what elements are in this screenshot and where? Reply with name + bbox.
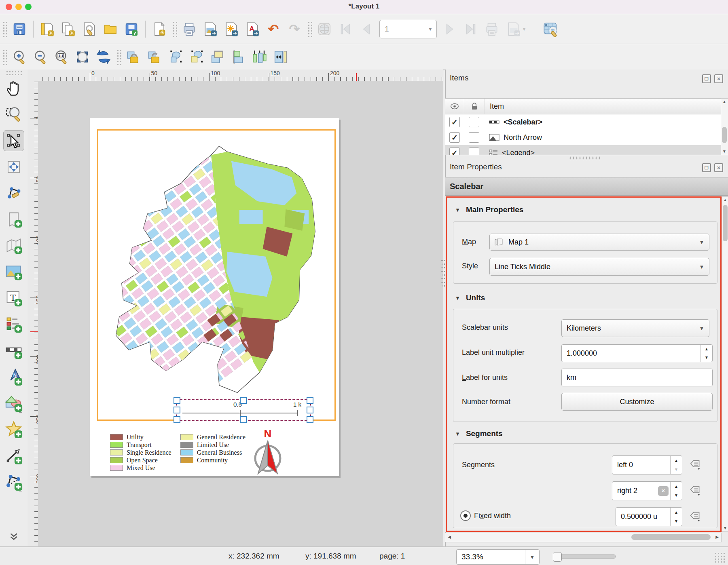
distribute-items-button[interactable]	[250, 47, 269, 67]
add-page-button[interactable]	[3, 209, 24, 230]
resize-handle[interactable]	[174, 407, 180, 413]
resize-handle[interactable]	[307, 407, 313, 413]
spin-buttons[interactable]: ▲▼	[670, 456, 682, 474]
save-as-template-button[interactable]	[122, 19, 141, 39]
resize-items-button[interactable]	[271, 47, 290, 67]
save-button[interactable]	[10, 19, 29, 39]
spin-buttons[interactable]: ▲▼	[670, 482, 682, 500]
spin-buttons[interactable]: ▲▼	[670, 508, 682, 526]
legend-item[interactable]: UtilityTransportSingle ResidenceOpen Spa…	[110, 433, 245, 472]
unlock-items-button[interactable]	[145, 47, 164, 67]
refresh-button[interactable]	[94, 47, 113, 67]
export-image-button[interactable]: ➔	[201, 19, 220, 39]
collapse-triangle-icon[interactable]: ▼	[455, 295, 460, 301]
add-label-button[interactable]: T	[3, 288, 24, 309]
toolbar-grip[interactable]	[5, 70, 23, 75]
resize-handle[interactable]	[174, 416, 180, 423]
scroll-down-arrow[interactable]: ▼	[721, 148, 728, 155]
move-item-content-tool-button[interactable]	[3, 156, 24, 177]
more-tools-button[interactable]	[3, 530, 24, 544]
align-items-button[interactable]	[229, 47, 248, 67]
zoom-tool-button[interactable]	[3, 104, 24, 125]
add-picture-button[interactable]	[3, 261, 24, 282]
toolbar-grip[interactable]	[171, 20, 177, 38]
collapse-triangle-icon[interactable]: ▼	[455, 431, 460, 437]
scroll-up-arrow[interactable]: ▲	[722, 197, 728, 203]
page-number-combobox[interactable]: 1 ▼	[379, 20, 437, 38]
segments-right-spinbox[interactable]: right 2 ✕ ▲▼	[612, 481, 682, 500]
properties-scrollbar-vertical[interactable]: ▲ ▼	[722, 196, 728, 532]
atlas-settings-button[interactable]	[315, 19, 334, 39]
resize-handle[interactable]	[240, 397, 247, 404]
lock-items-button[interactable]	[124, 47, 143, 67]
resize-handle[interactable]	[307, 397, 313, 404]
zoom-slider-handle[interactable]	[553, 552, 562, 562]
close-panel-button[interactable]: ✕	[714, 163, 723, 172]
print-atlas-button[interactable]	[482, 19, 502, 39]
first-feature-button[interactable]	[336, 19, 355, 39]
data-defined-override-button[interactable]	[688, 508, 703, 525]
zoom-in-button[interactable]	[10, 47, 29, 67]
edit-nodes-tool-button[interactable]	[3, 183, 24, 204]
open-folder-button[interactable]	[101, 19, 120, 39]
scrollbar-thumb[interactable]	[723, 205, 728, 241]
toolbar-grip[interactable]	[307, 20, 312, 38]
layout-manager-button[interactable]	[80, 19, 99, 39]
pan-tool-button[interactable]	[3, 78, 24, 99]
zoom-actual-button[interactable]: 1:1	[52, 47, 71, 67]
scrollbar-thumb[interactable]	[722, 127, 727, 143]
redo-button[interactable]: ↷	[285, 19, 304, 39]
select-all-button[interactable]	[166, 47, 185, 67]
new-layout-button[interactable]: ✳	[38, 19, 57, 39]
dock-splitter[interactable]	[441, 259, 445, 287]
export-pdf-button[interactable]: A➔	[243, 19, 262, 39]
zoom-out-button[interactable]	[31, 47, 50, 67]
toolbar-grip[interactable]	[2, 20, 7, 38]
units-group-header[interactable]: ▼ Units	[455, 293, 485, 302]
toolbar-grip[interactable]	[116, 48, 121, 66]
properties-scrollbar-horizontal[interactable]: ◀ ▶	[445, 533, 722, 542]
label-unit-multiplier-spinbox[interactable]: 1.000000 ▲▼	[561, 344, 713, 362]
duplicate-layout-button[interactable]: ✳	[59, 19, 78, 39]
items-list-scrollbar[interactable]: ▲ ▼	[721, 98, 728, 155]
close-panel-button[interactable]: ✕	[714, 74, 723, 83]
raise-items-button[interactable]	[208, 47, 227, 67]
clear-value-icon[interactable]: ✕	[658, 486, 669, 496]
add-shape-button[interactable]	[3, 393, 24, 414]
visibility-checkbox[interactable]: ✓	[449, 117, 460, 127]
items-row-legend[interactable]: ✓ <Legend>	[445, 145, 721, 155]
scalebar-units-combobox[interactable]: Kilometers ▼	[561, 319, 709, 337]
map-item[interactable]	[97, 129, 336, 421]
customize-button[interactable]: Customize	[561, 393, 713, 411]
fixed-width-spinbox[interactable]: 0.500000 u ▲▼	[616, 507, 682, 526]
layout-page[interactable]: 0.5 1 k UtilityTransportSingle Residence…	[90, 118, 339, 476]
zoom-slider[interactable]	[553, 554, 616, 559]
data-defined-override-button[interactable]	[688, 482, 703, 499]
map-combobox[interactable]: Map 1 ▼	[489, 234, 709, 251]
layout-canvas[interactable]: 0.5 1 k UtilityTransportSingle Residence…	[38, 81, 443, 546]
items-row-north-arrow[interactable]: ✓ North Arrow	[445, 130, 721, 145]
add-arrow-button[interactable]	[3, 445, 24, 466]
chevron-down-icon[interactable]: ▼	[424, 20, 436, 38]
label-for-units-input[interactable]: km	[561, 369, 713, 386]
add-node-item-button[interactable]	[3, 472, 24, 493]
lock-checkbox[interactable]	[469, 117, 479, 127]
window-resize-grip[interactable]	[714, 552, 726, 564]
next-feature-button[interactable]	[440, 19, 459, 39]
toolbar-grip[interactable]	[2, 48, 7, 66]
zoom-full-button[interactable]	[73, 47, 92, 67]
scroll-right-arrow[interactable]: ▶	[714, 534, 720, 540]
select-move-item-tool-button[interactable]	[3, 130, 24, 151]
style-combobox[interactable]: Line Ticks Middle ▼	[489, 258, 709, 276]
add-marker-button[interactable]	[3, 419, 24, 440]
items-row-scalebar[interactable]: ✓ <Scalebar>	[445, 114, 721, 130]
zoom-level-combobox[interactable]: 33.3% ▼	[456, 549, 540, 565]
deselect-all-button[interactable]	[187, 47, 206, 67]
last-feature-button[interactable]	[461, 19, 480, 39]
print-button[interactable]	[180, 19, 199, 39]
undo-button[interactable]: ↶	[264, 19, 283, 39]
scroll-down-arrow[interactable]: ▼	[722, 525, 728, 531]
float-panel-button[interactable]: ❐	[702, 74, 711, 83]
scroll-up-arrow[interactable]: ▲	[721, 99, 728, 105]
segments-group-header[interactable]: ▼ Segments	[455, 429, 503, 438]
